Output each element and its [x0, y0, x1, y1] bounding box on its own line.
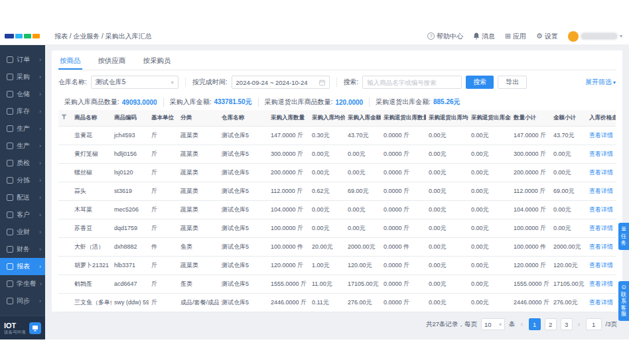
view-detail-link[interactable]: 查看详情: [589, 299, 613, 306]
cell-amount-subtotal: 69.00元: [551, 182, 587, 200]
cell-unit: 斤: [149, 274, 178, 293]
cell-warehouse: 测试仓库5: [219, 200, 268, 219]
table-row[interactable]: 螺丝椒 lsj0120 斤 蔬菜类 测试仓库5 200.0000 斤 0.00元…: [58, 163, 616, 182]
view-detail-link[interactable]: 查看详情: [589, 280, 613, 287]
chevron-right-icon: ›: [39, 212, 41, 218]
cell-return-price: 0.00元: [426, 256, 468, 274]
column-header[interactable]: 采购入库均价: [309, 110, 345, 126]
column-header[interactable]: 商品编码: [111, 110, 149, 126]
sidebar-item[interactable]: 学生餐 ›: [0, 275, 45, 292]
table-row[interactable]: 韭黄花 jch4593 斤 蔬菜类 测试仓库5 147.0000 斤 0.30元…: [58, 126, 616, 145]
summary-item: 采购入库商品数量: 49093.0000: [58, 97, 163, 107]
apps-button[interactable]: ⊞ 应用: [505, 32, 526, 41]
sidebar-item[interactable]: 质检 ›: [0, 154, 45, 172]
cell-category: 蔬菜类: [178, 200, 219, 219]
cell-in-price: 0.00元: [309, 163, 345, 182]
bell-icon: [473, 32, 480, 40]
expand-filter-link[interactable]: 展开筛选 ▾: [585, 78, 616, 87]
column-header[interactable]: 商品名称: [72, 110, 111, 126]
report-tab[interactable]: 按商品: [58, 50, 82, 70]
column-filter-cell[interactable]: [58, 110, 72, 126]
sidebar-item[interactable]: 生产 ›: [0, 120, 45, 137]
chevron-down-icon: ▾: [171, 80, 174, 86]
user-menu[interactable]: ▾: [568, 31, 622, 42]
column-header[interactable]: 分类: [178, 110, 219, 126]
menu-icon: [7, 74, 13, 80]
column-header[interactable]: 采购入库金额: [345, 110, 381, 126]
table-row[interactable]: 苏香豆 dqd1759 斤 蔬菜类 测试仓库5 100.0000 斤 0.00元…: [58, 219, 616, 237]
table-row[interactable]: 鹌鹑蛋 acd6647 斤 蛋类 测试仓库5 1555.0000 斤 11.00…: [58, 274, 616, 293]
next-page-button[interactable]: ›: [577, 320, 582, 329]
cell-warehouse: 测试仓库5: [219, 237, 268, 256]
sidebar-item[interactable]: 仓储 ›: [0, 86, 45, 103]
sidebar-item[interactable]: 库存 ›: [0, 103, 45, 120]
column-header[interactable]: 仓库名称: [219, 110, 268, 126]
summary-item: 采购入库金额: 433781.50元: [163, 97, 258, 107]
task-floating-tab[interactable]: ≣ 任务: [618, 223, 629, 250]
table-row[interactable]: 三文鱼（多单位） swy (ddw) 5980 斤 成品/套餐/成品 测试仓库5…: [58, 293, 616, 312]
cell-category: 蔬菜类: [178, 126, 219, 145]
view-detail-link[interactable]: 查看详情: [589, 262, 613, 269]
sidebar-item[interactable]: 生产 ›: [0, 137, 45, 154]
view-detail-link[interactable]: 查看详情: [589, 169, 613, 176]
sidebar-item-label: 同步: [17, 296, 30, 306]
messages-button[interactable]: 消息: [473, 32, 495, 41]
sidebar-item[interactable]: 采购 ›: [0, 68, 45, 86]
view-detail-link[interactable]: 查看详情: [589, 206, 613, 213]
table-row[interactable]: 胡萝卜21321 hlb3371 斤 蔬菜类 测试仓库5 120.0000 斤 …: [58, 256, 616, 274]
help-center-button[interactable]: ? 帮助中心: [427, 32, 463, 41]
view-detail-link[interactable]: 查看详情: [589, 188, 613, 194]
column-header[interactable]: 数量小计: [511, 110, 551, 126]
cell-amount-subtotal: 0.00元: [551, 219, 587, 237]
view-detail-link[interactable]: 查看详情: [589, 151, 613, 157]
cell-name: 黄灯笼椒: [72, 145, 111, 163]
column-header[interactable]: 采购入库数量: [268, 110, 309, 126]
column-header[interactable]: 采购退货出库均价: [426, 110, 468, 126]
sidebar-item[interactable]: 业财 ›: [0, 223, 45, 241]
page-size-select[interactable]: 10 ▾: [481, 318, 505, 330]
chevron-right-icon: ›: [39, 229, 41, 235]
sidebar-item[interactable]: 报表 ›: [0, 258, 45, 275]
export-button[interactable]: 导出: [498, 76, 527, 89]
iot-panel[interactable]: IOT 设备与环境: [0, 316, 45, 339]
prev-page-button[interactable]: ‹: [520, 320, 525, 329]
search-button[interactable]: 搜索: [466, 76, 494, 89]
column-header[interactable]: 采购退货出库金额: [468, 110, 511, 126]
cell-in-qty: 1555.0000 斤: [268, 274, 309, 293]
page-number-button[interactable]: 2: [545, 318, 557, 330]
page-jump-input[interactable]: 1: [586, 318, 602, 330]
sidebar-item[interactable]: 财务 ›: [0, 241, 45, 258]
table-row[interactable]: 木耳菜 mec5206 斤 蔬菜类 测试仓库5 104.0000 斤 0.00元…: [58, 200, 616, 219]
view-detail-link[interactable]: 查看详情: [589, 132, 613, 139]
customer-service-floating-tab[interactable]: ⊙ 联系客服: [618, 281, 629, 321]
column-header[interactable]: 基本单位: [149, 110, 178, 126]
date-range-picker[interactable]: 2024-09-24 ~ 2024-10-24: [232, 76, 330, 89]
summary-item: 采购退货出库商品数量: 120.0000: [258, 97, 370, 107]
sidebar-item[interactable]: 同步 ›: [0, 292, 45, 310]
summary-value: 49093.0000: [122, 99, 157, 106]
report-tab[interactable]: 按供应商: [97, 50, 127, 70]
sidebar-item[interactable]: 订单 ›: [0, 51, 45, 68]
cell-category: 蔬菜类: [178, 256, 219, 274]
column-header[interactable]: 采购退货出库数量: [381, 110, 426, 126]
search-input[interactable]: [362, 76, 462, 89]
warehouse-select[interactable]: 测试仓库5 ▾: [91, 76, 178, 89]
page-number-button[interactable]: 1: [529, 318, 541, 330]
sidebar-item[interactable]: 配送 ›: [0, 189, 45, 206]
view-detail-link[interactable]: 查看详情: [589, 243, 613, 250]
column-header[interactable]: 金额小计: [551, 110, 587, 126]
sidebar-item[interactable]: 分拣 ›: [0, 172, 45, 189]
page-number-button[interactable]: 3: [561, 318, 573, 330]
table-row[interactable]: 蒜头 st3619 斤 蔬菜类 测试仓库5 112.0000 斤 0.62元 6…: [58, 182, 616, 200]
breadcrumb[interactable]: 报表 / 企业服务 / 采购出入库汇总: [54, 32, 152, 41]
table-row[interactable]: 黄灯笼椒 hdlj0156 斤 蔬菜类 测试仓库5 300.0000 斤 0.0…: [58, 145, 616, 163]
column-header[interactable]: 入库价格走势: [587, 110, 616, 126]
menu-icon: [7, 298, 13, 304]
cell-qty-subtotal: 112.0000 斤: [511, 182, 551, 200]
sidebar-item[interactable]: 客户 ›: [0, 206, 45, 223]
report-tab[interactable]: 按采购员: [142, 50, 173, 70]
settings-button[interactable]: ⚙ 设置: [536, 32, 558, 41]
table-row[interactable]: 大虾（活） dxh8882 件 鱼类 测试仓库5 100.0000 件 20.0…: [58, 237, 616, 256]
view-detail-link[interactable]: 查看详情: [589, 225, 613, 231]
sidebar-item-label: 配送: [17, 193, 30, 202]
